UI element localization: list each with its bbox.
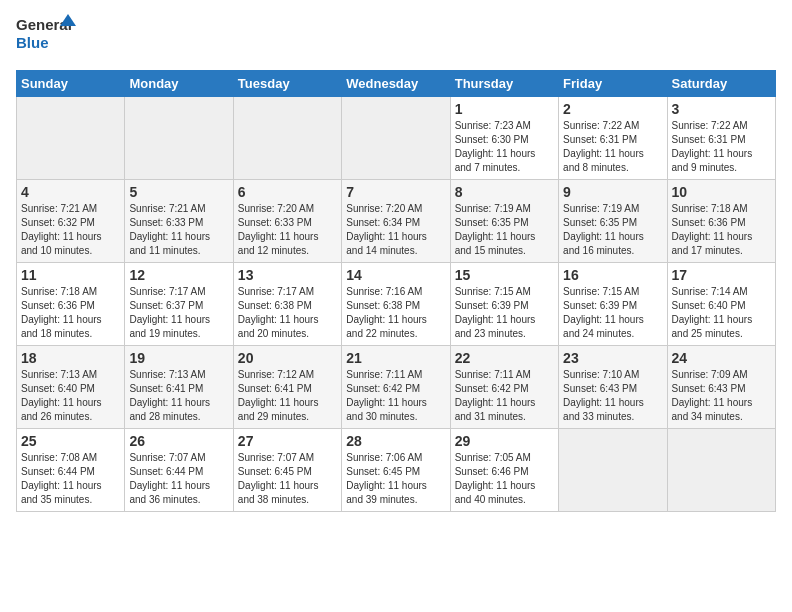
day-info: Sunrise: 7:08 AMSunset: 6:44 PMDaylight:… xyxy=(21,451,120,507)
calendar-cell: 13Sunrise: 7:17 AMSunset: 6:38 PMDayligh… xyxy=(233,263,341,346)
day-info: Sunrise: 7:11 AMSunset: 6:42 PMDaylight:… xyxy=(455,368,554,424)
calendar-cell: 22Sunrise: 7:11 AMSunset: 6:42 PMDayligh… xyxy=(450,346,558,429)
day-number: 19 xyxy=(129,350,228,366)
day-number: 4 xyxy=(21,184,120,200)
day-info: Sunrise: 7:12 AMSunset: 6:41 PMDaylight:… xyxy=(238,368,337,424)
calendar-cell: 14Sunrise: 7:16 AMSunset: 6:38 PMDayligh… xyxy=(342,263,450,346)
day-info: Sunrise: 7:13 AMSunset: 6:41 PMDaylight:… xyxy=(129,368,228,424)
day-header-monday: Monday xyxy=(125,71,233,97)
day-info: Sunrise: 7:21 AMSunset: 6:32 PMDaylight:… xyxy=(21,202,120,258)
day-number: 21 xyxy=(346,350,445,366)
day-number: 27 xyxy=(238,433,337,449)
day-info: Sunrise: 7:11 AMSunset: 6:42 PMDaylight:… xyxy=(346,368,445,424)
day-info: Sunrise: 7:14 AMSunset: 6:40 PMDaylight:… xyxy=(672,285,771,341)
day-info: Sunrise: 7:10 AMSunset: 6:43 PMDaylight:… xyxy=(563,368,662,424)
calendar-cell xyxy=(17,97,125,180)
day-info: Sunrise: 7:16 AMSunset: 6:38 PMDaylight:… xyxy=(346,285,445,341)
calendar-cell xyxy=(559,429,667,512)
day-number: 15 xyxy=(455,267,554,283)
day-info: Sunrise: 7:22 AMSunset: 6:31 PMDaylight:… xyxy=(563,119,662,175)
calendar-week-1: 1Sunrise: 7:23 AMSunset: 6:30 PMDaylight… xyxy=(17,97,776,180)
day-info: Sunrise: 7:20 AMSunset: 6:33 PMDaylight:… xyxy=(238,202,337,258)
calendar-cell: 10Sunrise: 7:18 AMSunset: 6:36 PMDayligh… xyxy=(667,180,775,263)
day-number: 23 xyxy=(563,350,662,366)
calendar-cell: 12Sunrise: 7:17 AMSunset: 6:37 PMDayligh… xyxy=(125,263,233,346)
calendar-cell: 28Sunrise: 7:06 AMSunset: 6:45 PMDayligh… xyxy=(342,429,450,512)
day-number: 6 xyxy=(238,184,337,200)
calendar-cell xyxy=(125,97,233,180)
day-info: Sunrise: 7:17 AMSunset: 6:38 PMDaylight:… xyxy=(238,285,337,341)
day-number: 13 xyxy=(238,267,337,283)
calendar-cell: 5Sunrise: 7:21 AMSunset: 6:33 PMDaylight… xyxy=(125,180,233,263)
day-number: 1 xyxy=(455,101,554,117)
day-number: 20 xyxy=(238,350,337,366)
logo: General Blue xyxy=(16,16,70,60)
day-info: Sunrise: 7:21 AMSunset: 6:33 PMDaylight:… xyxy=(129,202,228,258)
day-number: 9 xyxy=(563,184,662,200)
day-number: 18 xyxy=(21,350,120,366)
calendar-week-3: 11Sunrise: 7:18 AMSunset: 6:36 PMDayligh… xyxy=(17,263,776,346)
day-header-thursday: Thursday xyxy=(450,71,558,97)
day-number: 3 xyxy=(672,101,771,117)
day-info: Sunrise: 7:20 AMSunset: 6:34 PMDaylight:… xyxy=(346,202,445,258)
day-header-saturday: Saturday xyxy=(667,71,775,97)
calendar-cell: 2Sunrise: 7:22 AMSunset: 6:31 PMDaylight… xyxy=(559,97,667,180)
calendar-cell: 11Sunrise: 7:18 AMSunset: 6:36 PMDayligh… xyxy=(17,263,125,346)
day-number: 8 xyxy=(455,184,554,200)
day-info: Sunrise: 7:07 AMSunset: 6:45 PMDaylight:… xyxy=(238,451,337,507)
calendar-week-4: 18Sunrise: 7:13 AMSunset: 6:40 PMDayligh… xyxy=(17,346,776,429)
day-info: Sunrise: 7:15 AMSunset: 6:39 PMDaylight:… xyxy=(563,285,662,341)
calendar-cell: 19Sunrise: 7:13 AMSunset: 6:41 PMDayligh… xyxy=(125,346,233,429)
calendar-cell: 23Sunrise: 7:10 AMSunset: 6:43 PMDayligh… xyxy=(559,346,667,429)
day-info: Sunrise: 7:18 AMSunset: 6:36 PMDaylight:… xyxy=(672,202,771,258)
day-header-tuesday: Tuesday xyxy=(233,71,341,97)
day-info: Sunrise: 7:23 AMSunset: 6:30 PMDaylight:… xyxy=(455,119,554,175)
day-number: 28 xyxy=(346,433,445,449)
calendar-week-5: 25Sunrise: 7:08 AMSunset: 6:44 PMDayligh… xyxy=(17,429,776,512)
calendar-cell: 20Sunrise: 7:12 AMSunset: 6:41 PMDayligh… xyxy=(233,346,341,429)
day-number: 29 xyxy=(455,433,554,449)
day-info: Sunrise: 7:07 AMSunset: 6:44 PMDaylight:… xyxy=(129,451,228,507)
calendar-cell: 25Sunrise: 7:08 AMSunset: 6:44 PMDayligh… xyxy=(17,429,125,512)
calendar-cell: 16Sunrise: 7:15 AMSunset: 6:39 PMDayligh… xyxy=(559,263,667,346)
calendar-cell: 9Sunrise: 7:19 AMSunset: 6:35 PMDaylight… xyxy=(559,180,667,263)
calendar-cell: 27Sunrise: 7:07 AMSunset: 6:45 PMDayligh… xyxy=(233,429,341,512)
day-number: 12 xyxy=(129,267,228,283)
day-info: Sunrise: 7:19 AMSunset: 6:35 PMDaylight:… xyxy=(455,202,554,258)
day-info: Sunrise: 7:22 AMSunset: 6:31 PMDaylight:… xyxy=(672,119,771,175)
day-info: Sunrise: 7:09 AMSunset: 6:43 PMDaylight:… xyxy=(672,368,771,424)
calendar-cell: 29Sunrise: 7:05 AMSunset: 6:46 PMDayligh… xyxy=(450,429,558,512)
day-number: 24 xyxy=(672,350,771,366)
calendar-header: SundayMondayTuesdayWednesdayThursdayFrid… xyxy=(17,71,776,97)
day-number: 5 xyxy=(129,184,228,200)
day-number: 26 xyxy=(129,433,228,449)
day-header-sunday: Sunday xyxy=(17,71,125,97)
day-header-wednesday: Wednesday xyxy=(342,71,450,97)
calendar-cell xyxy=(667,429,775,512)
calendar-cell: 1Sunrise: 7:23 AMSunset: 6:30 PMDaylight… xyxy=(450,97,558,180)
calendar-cell: 26Sunrise: 7:07 AMSunset: 6:44 PMDayligh… xyxy=(125,429,233,512)
calendar-cell: 7Sunrise: 7:20 AMSunset: 6:34 PMDaylight… xyxy=(342,180,450,263)
day-info: Sunrise: 7:19 AMSunset: 6:35 PMDaylight:… xyxy=(563,202,662,258)
calendar-cell: 24Sunrise: 7:09 AMSunset: 6:43 PMDayligh… xyxy=(667,346,775,429)
day-number: 22 xyxy=(455,350,554,366)
calendar-cell xyxy=(342,97,450,180)
day-number: 11 xyxy=(21,267,120,283)
calendar-week-2: 4Sunrise: 7:21 AMSunset: 6:32 PMDaylight… xyxy=(17,180,776,263)
calendar-cell: 15Sunrise: 7:15 AMSunset: 6:39 PMDayligh… xyxy=(450,263,558,346)
day-number: 17 xyxy=(672,267,771,283)
day-number: 14 xyxy=(346,267,445,283)
day-info: Sunrise: 7:17 AMSunset: 6:37 PMDaylight:… xyxy=(129,285,228,341)
day-number: 7 xyxy=(346,184,445,200)
day-header-friday: Friday xyxy=(559,71,667,97)
calendar-cell: 18Sunrise: 7:13 AMSunset: 6:40 PMDayligh… xyxy=(17,346,125,429)
day-number: 16 xyxy=(563,267,662,283)
day-info: Sunrise: 7:13 AMSunset: 6:40 PMDaylight:… xyxy=(21,368,120,424)
calendar-cell: 6Sunrise: 7:20 AMSunset: 6:33 PMDaylight… xyxy=(233,180,341,263)
day-number: 2 xyxy=(563,101,662,117)
calendar-table: SundayMondayTuesdayWednesdayThursdayFrid… xyxy=(16,70,776,512)
calendar-cell: 17Sunrise: 7:14 AMSunset: 6:40 PMDayligh… xyxy=(667,263,775,346)
calendar-cell: 21Sunrise: 7:11 AMSunset: 6:42 PMDayligh… xyxy=(342,346,450,429)
page-header: General Blue xyxy=(16,16,776,60)
day-info: Sunrise: 7:18 AMSunset: 6:36 PMDaylight:… xyxy=(21,285,120,341)
